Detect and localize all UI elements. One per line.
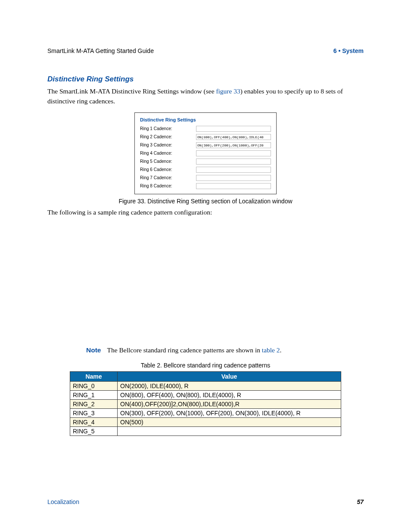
cadence-label: Ring 7 Cadence:: [140, 175, 196, 180]
cadence-input[interactable]: [196, 150, 271, 156]
cell-name: RING_3: [70, 408, 118, 417]
cadence-row: Ring 2 Cadence:ON(800),OFF(400),ON(800),…: [140, 134, 271, 140]
table-row: RING_1ON(800), OFF(400), ON(800), IDLE(4…: [70, 390, 341, 399]
cadence-label: Ring 8 Cadence:: [140, 184, 196, 188]
cadence-input[interactable]: [196, 167, 271, 173]
note-label: Note: [86, 346, 101, 354]
section-title: Distinctive Ring Settings: [47, 75, 364, 84]
cadence-label: Ring 3 Cadence:: [140, 143, 196, 147]
cell-name: RING_2: [70, 399, 118, 408]
cadence-row: Ring 3 Cadence:ON(300),OFF(200),ON(1000)…: [140, 142, 271, 148]
footer-left: Localization: [47, 498, 79, 505]
cadence-input[interactable]: [196, 183, 271, 189]
cadence-label: Ring 6 Cadence:: [140, 167, 196, 172]
intro-part1: The SmartLink M-ATA Distinctive Ring Set…: [47, 87, 216, 95]
cell-name: RING_1: [70, 390, 118, 399]
figure-wrap: Distinctive Ring Settings Ring 1 Cadence…: [47, 112, 364, 205]
note-text-2: .: [280, 346, 282, 354]
cadence-label: Ring 4 Cadence:: [140, 151, 196, 156]
intro-paragraph: The SmartLink M-ATA Distinctive Ring Set…: [47, 86, 364, 106]
cadence-row: Ring 5 Cadence:: [140, 159, 271, 165]
cadence-input[interactable]: [196, 126, 271, 132]
cell-name: RING_0: [70, 381, 118, 390]
cell-value: ON(500): [118, 417, 341, 426]
cell-value: ON(800), OFF(400), ON(800), IDLE(4000), …: [118, 390, 341, 399]
sample-text: The following is a sample ring cadence p…: [47, 207, 364, 217]
cadence-row: Ring 8 Cadence:: [140, 183, 271, 189]
table-link[interactable]: table 2: [262, 346, 280, 354]
figure-caption: Figure 33. Distinctive Ring Setting sect…: [118, 198, 292, 205]
th-name: Name: [70, 371, 118, 381]
table-row: RING_5: [70, 426, 341, 436]
cadence-input[interactable]: ON(800),OFF(400),ON(800),IDLE(40: [196, 134, 271, 140]
settings-panel: Distinctive Ring Settings Ring 1 Cadence…: [134, 112, 277, 194]
figure-link[interactable]: figure 33: [216, 87, 240, 95]
page-header: SmartLink M-ATA Getting Started Guide 6 …: [47, 47, 364, 54]
cadence-input[interactable]: ON(300),OFF(200),ON(1000),OFF(20: [196, 142, 271, 148]
cadence-label: Ring 1 Cadence:: [140, 126, 196, 131]
cell-value: ON(400),OFF(200)]2,ON(800),IDLE(4000),R: [118, 399, 341, 408]
th-value: Value: [118, 371, 341, 381]
cadence-row: Ring 4 Cadence:: [140, 150, 271, 156]
cell-value: [118, 426, 341, 436]
note-block: NoteThe Bellcore standard ring cadence p…: [86, 346, 364, 354]
cadence-input[interactable]: [196, 175, 271, 181]
header-right: 6 • System: [333, 47, 364, 54]
cadence-row: Ring 6 Cadence:: [140, 167, 271, 173]
table-row: RING_2ON(400),OFF(200)]2,ON(800),IDLE(40…: [70, 399, 341, 408]
cell-value: ON(300), OFF(200), ON(1000), OFF(200), O…: [118, 408, 341, 417]
cadence-label: Ring 5 Cadence:: [140, 159, 196, 164]
cell-value: ON(2000), IDLE(4000), R: [118, 381, 341, 390]
cell-name: RING_5: [70, 426, 118, 436]
cadence-label: Ring 2 Cadence:: [140, 134, 196, 139]
cadence-input[interactable]: [196, 159, 271, 165]
table-row: RING_4ON(500): [70, 417, 341, 426]
header-left: SmartLink M-ATA Getting Started Guide: [47, 47, 154, 54]
panel-title: Distinctive Ring Settings: [140, 117, 271, 122]
note-text-1: The Bellcore standard ring cadence patte…: [107, 346, 262, 354]
cadence-row: Ring 1 Cadence:: [140, 126, 271, 132]
table-row: RING_0ON(2000), IDLE(4000), R: [70, 381, 341, 390]
footer-right: 57: [357, 498, 364, 505]
cell-name: RING_4: [70, 417, 118, 426]
cadence-row: Ring 7 Cadence:: [140, 175, 271, 181]
table-row: RING_3ON(300), OFF(200), ON(1000), OFF(2…: [70, 408, 341, 417]
table-caption: Table 2. Bellcore standard ring cadence …: [47, 362, 364, 369]
bellcore-table: Name Value RING_0ON(2000), IDLE(4000), R…: [70, 371, 341, 436]
page-footer: Localization 57: [47, 498, 364, 505]
